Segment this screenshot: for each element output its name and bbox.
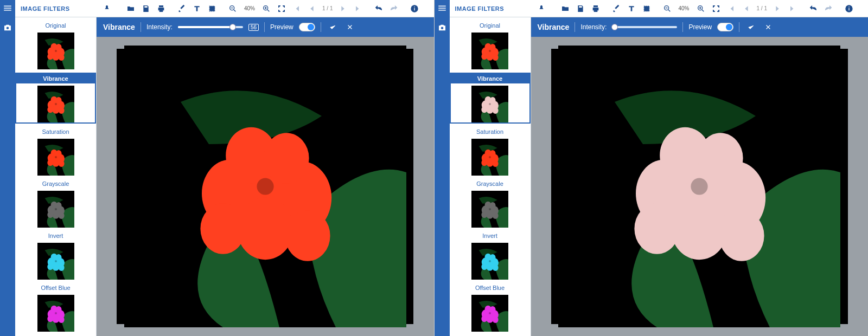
menu-icon[interactable] [3, 3, 12, 15]
svg-point-24 [47, 106, 53, 113]
filter-label: Original [450, 21, 531, 30]
svg-point-103 [489, 103, 491, 105]
pin-icon[interactable] [100, 2, 114, 16]
print-icon[interactable] [154, 2, 168, 16]
svg-point-93 [489, 50, 491, 52]
brush-icon[interactable] [175, 2, 189, 16]
filter-item-vibrance[interactable]: Vibrance [15, 73, 96, 124]
svg-rect-82 [848, 8, 849, 10]
undo-icon[interactable] [372, 2, 386, 16]
filter-item-invert[interactable]: Invert [15, 231, 96, 280]
intensity-slider[interactable] [612, 26, 677, 28]
svg-point-139 [490, 306, 496, 313]
svg-point-72 [264, 133, 309, 184]
svg-point-102 [493, 107, 499, 114]
preview-label: Preview [270, 23, 293, 31]
svg-point-92 [493, 54, 499, 61]
filter-thumbnail [471, 86, 508, 122]
prev-page-icon [739, 2, 754, 16]
active-filter-name: Vibrance [538, 23, 570, 31]
filter-item-offset blue[interactable]: Offset Blue [450, 283, 531, 332]
filter-thumbnail [37, 139, 74, 176]
filter-settings-bar: Vibrance Intensity: 56 Preview [97, 17, 434, 37]
filter-item-grayscale[interactable]: Grayscale [15, 179, 96, 228]
crop-icon[interactable] [640, 2, 654, 16]
image-canvas [97, 37, 434, 336]
svg-point-112 [493, 160, 499, 167]
open-folder-icon[interactable] [124, 2, 138, 16]
filter-thumbnail [37, 243, 74, 280]
redo-icon [387, 2, 401, 16]
zoom-in-icon[interactable] [694, 2, 708, 16]
text-icon[interactable] [624, 2, 639, 16]
filter-item-saturation[interactable]: Saturation [450, 127, 531, 176]
zoom-percent: 40% [675, 5, 693, 11]
filter-item-saturation[interactable]: Saturation [15, 127, 96, 176]
intensity-slider[interactable] [178, 26, 243, 28]
zoom-in-icon[interactable] [259, 2, 273, 16]
menu-icon[interactable] [437, 3, 447, 15]
main-toolbar: 40% 1 / 1 [97, 2, 434, 16]
panel-title: IMAGE FILTERS [450, 5, 531, 12]
svg-point-119 [490, 202, 496, 209]
filter-thumbnail [37, 295, 74, 332]
svg-point-122 [493, 212, 499, 219]
camera-icon[interactable] [437, 23, 447, 35]
info-icon[interactable] [842, 2, 856, 16]
left-rail [435, 0, 450, 336]
filter-label: Invert [450, 231, 531, 241]
print-icon[interactable] [589, 2, 603, 16]
crop-icon[interactable] [205, 2, 219, 16]
filter-thumbnail [37, 33, 74, 69]
filter-item-vibrance[interactable]: Vibrance [450, 73, 531, 124]
pin-icon[interactable] [534, 2, 548, 16]
filter-item-original[interactable]: Original [15, 21, 96, 69]
text-icon[interactable] [190, 2, 204, 16]
svg-point-101 [481, 106, 487, 113]
save-icon[interactable] [139, 2, 153, 16]
undo-icon[interactable] [806, 2, 820, 16]
filter-thumbnail [37, 191, 74, 228]
zoom-out-icon[interactable] [226, 2, 240, 16]
main-image [117, 49, 413, 324]
filter-label: Grayscale [15, 179, 96, 189]
svg-point-26 [54, 103, 56, 105]
save-icon[interactable] [573, 2, 588, 16]
apply-button[interactable] [327, 21, 339, 33]
intensity-label: Intensity: [146, 23, 173, 31]
zoom-out-icon[interactable] [660, 2, 674, 16]
filter-thumbnail [471, 33, 508, 69]
svg-point-15 [58, 54, 64, 61]
camera-icon[interactable] [3, 23, 12, 35]
filter-item-grayscale[interactable]: Grayscale [450, 179, 531, 228]
fit-screen-icon[interactable] [275, 2, 289, 16]
svg-point-74 [200, 203, 245, 254]
svg-point-129 [490, 254, 496, 261]
last-page-icon [351, 2, 365, 16]
cancel-button[interactable] [762, 21, 774, 33]
svg-point-35 [58, 160, 64, 167]
filter-item-original[interactable]: Original [450, 21, 531, 69]
open-folder-icon[interactable] [558, 2, 572, 16]
filter-label: Offset Blue [15, 283, 96, 293]
cancel-button[interactable] [344, 21, 356, 33]
info-icon[interactable] [407, 2, 422, 16]
svg-point-143 [489, 312, 491, 314]
filter-label: Vibrance [16, 74, 95, 83]
filter-item-invert[interactable]: Invert [450, 231, 531, 280]
brush-icon[interactable] [609, 2, 623, 16]
filter-thumbnail [471, 243, 508, 280]
apply-button[interactable] [745, 21, 757, 33]
filter-label: Grayscale [450, 179, 531, 189]
svg-point-152 [698, 133, 743, 184]
filter-item-offset blue[interactable]: Offset Blue [15, 283, 96, 332]
preview-toggle[interactable] [717, 23, 733, 31]
fit-screen-icon[interactable] [709, 2, 723, 16]
svg-point-14 [47, 53, 53, 60]
svg-point-25 [58, 107, 64, 114]
page-indicator: 1 / 1 [320, 5, 335, 11]
svg-point-76 [257, 178, 273, 195]
next-page-icon [770, 2, 784, 16]
redo-icon [821, 2, 835, 16]
preview-toggle[interactable] [299, 23, 315, 31]
